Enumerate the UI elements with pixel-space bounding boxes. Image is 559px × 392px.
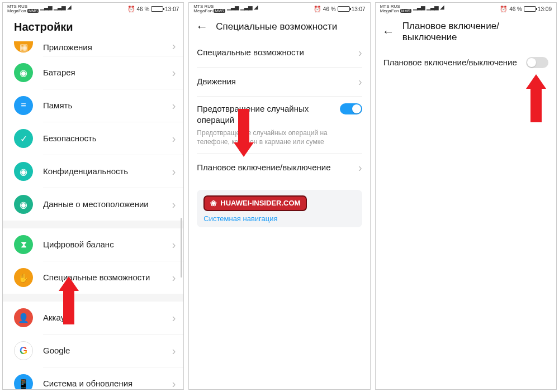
chevron-right-icon: ›	[358, 46, 362, 59]
page-title: Специальные возможности	[216, 21, 337, 32]
phone-accessibility: MTS RUS MegaFon MMS ▁▃▅ ▁▃▅ ◢ ⏰ 46 % 13:…	[188, 2, 370, 390]
battery-row-icon: ◉	[14, 63, 33, 82]
signal-icon: ▁▃▅	[40, 4, 52, 10]
chevron-right-icon: ›	[172, 312, 176, 324]
battery-icon	[151, 6, 163, 12]
chevron-right-icon: ›	[172, 165, 176, 178]
status-bar: MTS RUS MegaFon MMS ▁▃▅ ▁▃▅ ◢ ⏰ 46 % 13:…	[3, 3, 183, 15]
battery-icon	[338, 6, 350, 12]
apps-icon: ▦	[14, 41, 33, 52]
mms-badge: MMS	[27, 9, 39, 13]
row-digital-balance[interactable]: ⧗ Цифровой баланс ›	[3, 228, 183, 261]
row-label: Специальные возможности	[43, 272, 172, 283]
system-nav-link[interactable]: Системная навигация	[203, 214, 355, 223]
row-subtitle: Предотвращение случайных операций на тел…	[197, 128, 339, 146]
storage-icon: ≡	[14, 96, 33, 115]
row-accounts[interactable]: 👤 Аккаун ›	[3, 302, 183, 334]
row-storage[interactable]: ≡ Память ›	[3, 89, 183, 122]
scrollbar[interactable]	[181, 218, 182, 278]
alarm-icon: ⏰	[127, 6, 135, 13]
row-label: Конфиденциальность	[43, 166, 172, 177]
settings-list[interactable]: ▦ Приложения › ◉ Батарея › ≡ Память › ✓ …	[3, 39, 183, 389]
row-privacy[interactable]: ◉ Конфиденциальность ›	[3, 155, 183, 188]
row-motions[interactable]: Движения ›	[189, 68, 369, 96]
toggle-prevent-accidental[interactable]	[340, 103, 362, 114]
accessibility-list[interactable]: Специальные возможности › Движения › Пре…	[189, 39, 369, 389]
row-label: Память	[43, 100, 172, 111]
hourglass-icon: ⧗	[14, 235, 33, 254]
status-bar: MTS RUS MegaFon MMS ▁▃▅ ▁▃▅ ◢ ⏰ 46 % 13:…	[376, 3, 556, 15]
row-security[interactable]: ✓ Безопасность ›	[3, 122, 183, 155]
signal-icon: ▁▃▅	[427, 4, 438, 10]
watermark-pill: ❀ HUAWEI-INSIDER.COM	[203, 195, 307, 211]
back-button[interactable]: ←	[382, 26, 395, 38]
shield-icon: ✓	[14, 129, 33, 148]
wifi-icon: ◢	[67, 4, 72, 10]
row-google[interactable]: G Google ›	[3, 334, 183, 367]
wifi-icon: ◢	[254, 4, 258, 10]
chevron-right-icon: ›	[172, 238, 176, 251]
alarm-icon: ⏰	[500, 6, 508, 13]
row-label: Данные о местоположении	[43, 199, 172, 210]
header: ← Плановое включение/выключение	[376, 15, 556, 49]
row-label: Google	[43, 345, 172, 356]
row-apps[interactable]: ▦ Приложения ›	[3, 39, 183, 56]
phone-settings-main: MTS RUS MegaFon MMS ▁▃▅ ▁▃▅ ◢ ⏰ 46 % 13:…	[2, 2, 184, 390]
google-icon: G	[14, 341, 33, 360]
row-label: Предотвращение случайных операций	[197, 103, 339, 126]
page-title: Плановое включение/выключение	[402, 21, 547, 43]
signal-icon: ▁▃▅	[413, 4, 425, 10]
signal-icon: ▁▃▅	[240, 4, 252, 10]
chevron-right-icon: ›	[172, 40, 176, 52]
row-label: Приложения	[43, 42, 172, 53]
hand-icon: ✋	[14, 268, 33, 287]
wifi-icon: ◢	[440, 4, 444, 10]
row-label: Цифровой баланс	[43, 239, 172, 250]
chevron-right-icon: ›	[358, 75, 362, 88]
chevron-right-icon: ›	[172, 66, 176, 79]
carrier-2: MegaFon	[7, 8, 26, 13]
battery-icon	[524, 6, 536, 12]
page-title: Настройки	[14, 21, 73, 34]
header: Настройки	[3, 15, 183, 39]
phone-scheduled-power: MTS RUS MegaFon MMS ▁▃▅ ▁▃▅ ◢ ⏰ 46 % 13:…	[375, 2, 557, 390]
row-prevent-accidental[interactable]: Предотвращение случайных операций Предот…	[189, 97, 369, 153]
phone-icon: 📱	[14, 374, 33, 389]
chevron-right-icon: ›	[172, 345, 176, 357]
header: ← Специальные возможности	[189, 15, 369, 39]
row-system[interactable]: 📱 Система и обновления ›	[3, 367, 183, 389]
clock: 13:07	[352, 6, 366, 12]
chevron-right-icon: ›	[172, 271, 176, 284]
battery-pct: 46 %	[137, 6, 150, 12]
row-battery[interactable]: ◉ Батарея ›	[3, 56, 183, 89]
signal-icon: ▁▃▅	[227, 4, 239, 10]
huawei-logo-icon: ❀	[210, 199, 217, 208]
clock: 13:09	[538, 6, 552, 12]
signal-icon: ▁▃▅	[54, 4, 65, 10]
row-label: Безопасность	[43, 133, 172, 144]
row-accessibility-inner[interactable]: Специальные возможности ›	[189, 39, 369, 67]
clock: 13:07	[165, 6, 179, 12]
row-label: Аккаун	[43, 312, 172, 323]
chevron-right-icon: ›	[358, 161, 362, 174]
person-icon: 👤	[14, 308, 33, 327]
location-icon: ◉	[14, 195, 33, 214]
row-label: Батарея	[43, 67, 172, 78]
chevron-right-icon: ›	[172, 198, 176, 211]
privacy-icon: ◉	[14, 162, 33, 181]
row-scheduled-toggle[interactable]: Плановое включение/выключение	[376, 49, 556, 77]
scheduled-list: Плановое включение/выключение	[376, 49, 556, 389]
status-bar: MTS RUS MegaFon MMS ▁▃▅ ▁▃▅ ◢ ⏰ 46 % 13:…	[189, 3, 369, 15]
row-location[interactable]: ◉ Данные о местоположении ›	[3, 188, 183, 221]
watermark-card: ❀ HUAWEI-INSIDER.COM Системная навигация	[197, 190, 362, 227]
chevron-right-icon: ›	[172, 377, 176, 390]
toggle-scheduled-power[interactable]	[526, 57, 548, 68]
row-scheduled-power[interactable]: Плановое включение/выключение ›	[189, 154, 369, 182]
row-label: Система и обновления	[43, 378, 172, 389]
back-button[interactable]: ←	[196, 21, 208, 33]
row-accessibility[interactable]: ✋ Специальные возможности ›	[3, 261, 183, 294]
alarm-icon: ⏰	[314, 6, 321, 13]
chevron-right-icon: ›	[172, 132, 176, 145]
chevron-right-icon: ›	[172, 99, 176, 112]
